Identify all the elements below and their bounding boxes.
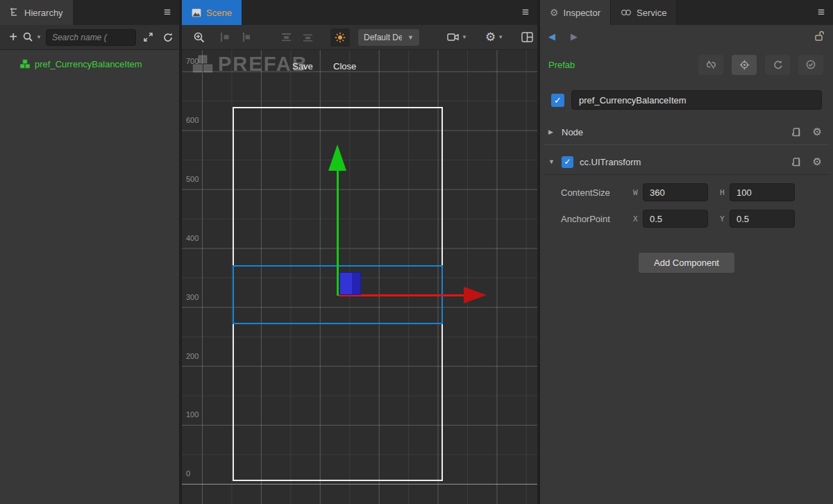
prefab-close-button[interactable]: Close bbox=[333, 61, 356, 72]
node-active-checkbox[interactable]: ✓ bbox=[551, 94, 564, 107]
prefab-watermark-icon bbox=[192, 54, 214, 75]
service-link-icon bbox=[621, 9, 632, 16]
world-y0-gridline bbox=[182, 484, 537, 485]
inspector-tabbar: ⚙ Inspector Service ≡ bbox=[540, 0, 833, 25]
uitransform-settings-gear-icon[interactable]: ⚙ bbox=[813, 156, 822, 168]
node-section-label: Node bbox=[562, 127, 583, 137]
add-component-button[interactable]: Add Component bbox=[639, 253, 734, 273]
ruler-label: 600 bbox=[186, 116, 199, 124]
camera-caret-icon: ▼ bbox=[462, 34, 467, 40]
hierarchy-menu-icon[interactable]: ≡ bbox=[164, 0, 171, 25]
cocos-creator-editor: Hierarchy ≡ + ▼ bbox=[0, 0, 833, 504]
scene-panel: Scene ≡ bbox=[182, 0, 537, 504]
ruler-label: 500 bbox=[186, 175, 199, 183]
gear-caret-icon: ▼ bbox=[498, 34, 503, 40]
scene-settings-gear-icon[interactable]: ⚙ ▼ bbox=[485, 30, 503, 44]
ruler-label: 0 bbox=[186, 469, 190, 478]
hierarchy-tabbar: Hierarchy ≡ bbox=[0, 0, 179, 25]
hierarchy-item-prefab-root[interactable]: pref_CurrencyBalanceItem bbox=[0, 56, 179, 72]
scene-viewport[interactable]: 7006005004003002001000 PREFAB Save Close bbox=[182, 50, 537, 504]
hierarchy-panel: Hierarchy ≡ + ▼ bbox=[0, 0, 179, 504]
inspector-gear-icon: ⚙ bbox=[550, 7, 559, 18]
distribute-v-icon[interactable] bbox=[280, 32, 292, 42]
tab-scene-label: Scene bbox=[206, 8, 232, 18]
gizmo-anchor-cube[interactable] bbox=[339, 272, 361, 295]
scene-picture-icon bbox=[192, 8, 201, 17]
scene-toolbar: Default De... ▼ ▼ ⚙ ▼ bbox=[182, 25, 537, 50]
node-docs-icon[interactable] bbox=[791, 127, 802, 137]
node-name-input[interactable] bbox=[571, 90, 822, 110]
prefab-watermark: PREFAB bbox=[192, 53, 308, 76]
prefab-unlink-button[interactable] bbox=[698, 55, 723, 75]
w-axis-label: W bbox=[633, 188, 643, 197]
prefab-reset-button[interactable] bbox=[765, 55, 790, 75]
divider bbox=[544, 174, 829, 175]
anchor-point-x-input[interactable] bbox=[643, 210, 708, 228]
content-size-w-input[interactable] bbox=[643, 183, 708, 201]
y-axis-label: Y bbox=[720, 215, 730, 224]
inspector-menu-icon[interactable]: ≡ bbox=[818, 0, 825, 25]
content-size-h-input[interactable] bbox=[730, 183, 795, 201]
uitransform-label: cc.UITransform bbox=[580, 157, 641, 167]
tab-hierarchy[interactable]: Hierarchy bbox=[0, 0, 73, 25]
anchor-point-row: AnchorPoint X Y bbox=[551, 210, 822, 228]
x-axis-label: X bbox=[633, 215, 643, 224]
uitransform-enabled-checkbox[interactable]: ✓ bbox=[562, 156, 573, 168]
prefab-state-label: Prefab bbox=[548, 60, 575, 70]
gizmo-x-arrowhead-icon[interactable] bbox=[464, 287, 487, 303]
tab-scene[interactable]: Scene bbox=[182, 0, 242, 25]
hierarchy-tree-icon bbox=[10, 8, 19, 17]
tab-inspector[interactable]: ⚙ Inspector bbox=[540, 0, 610, 25]
nav-back-icon[interactable]: ◀ bbox=[548, 31, 555, 42]
layout-split-icon[interactable] bbox=[521, 32, 533, 42]
prefab-apply-button[interactable] bbox=[798, 55, 823, 75]
design-resolution-dropdown[interactable]: Default De... ▼ bbox=[358, 29, 419, 46]
gizmo-y-axis[interactable] bbox=[337, 169, 339, 296]
distribute-h-icon[interactable] bbox=[302, 32, 314, 42]
inspector-panel: ⚙ Inspector Service ≡ ◀ ▶ Prefab bbox=[540, 0, 833, 504]
content-size-row: ContentSize W H bbox=[551, 183, 822, 201]
hierarchy-item-label: pref_CurrencyBalanceItem bbox=[35, 59, 142, 69]
node-settings-gear-icon[interactable]: ⚙ bbox=[813, 126, 822, 138]
ruler-label: 300 bbox=[186, 293, 199, 301]
prefab-locate-button[interactable] bbox=[732, 55, 757, 75]
inspector-navrow: ◀ ▶ bbox=[540, 25, 833, 47]
uitransform-docs-icon[interactable] bbox=[791, 157, 802, 167]
align-center-h-icon[interactable] bbox=[240, 32, 251, 42]
scene-tabbar: Scene ≡ bbox=[182, 0, 537, 25]
divider bbox=[544, 144, 829, 145]
uitransform-section-header[interactable]: ▼ ✓ cc.UITransform ⚙ bbox=[540, 149, 833, 174]
camera-view-icon[interactable]: ▼ bbox=[447, 32, 467, 42]
scene-menu-icon[interactable]: ≡ bbox=[522, 0, 529, 25]
search-filter-caret-icon: ▼ bbox=[36, 34, 42, 40]
gizmo-y-arrowhead-icon[interactable] bbox=[328, 144, 346, 171]
create-node-button[interactable]: + bbox=[4, 29, 22, 45]
hierarchy-search-input[interactable] bbox=[46, 29, 136, 46]
tab-hierarchy-label: Hierarchy bbox=[24, 8, 63, 18]
gizmo-toggle-button[interactable] bbox=[330, 28, 350, 47]
design-resolution-value: Default De... bbox=[364, 33, 402, 42]
nav-forward-icon[interactable]: ▶ bbox=[571, 31, 578, 42]
tab-inspector-label: Inspector bbox=[564, 8, 600, 18]
prefab-header-row: Prefab bbox=[540, 54, 833, 75]
dropdown-caret-icon: ▼ bbox=[407, 34, 414, 41]
prefab-cubes-icon bbox=[19, 59, 31, 69]
node-section-header[interactable]: ▶ Node ⚙ bbox=[540, 119, 833, 144]
uitransform-collapse-icon[interactable]: ▼ bbox=[548, 158, 555, 165]
prefab-save-button[interactable]: Save bbox=[292, 61, 313, 72]
lock-open-icon[interactable] bbox=[814, 30, 825, 42]
node-collapse-icon[interactable]: ▶ bbox=[548, 128, 555, 135]
refresh-icon[interactable] bbox=[162, 32, 174, 43]
h-axis-label: H bbox=[720, 188, 730, 197]
anchor-point-label: AnchorPoint bbox=[551, 214, 633, 224]
content-size-label: ContentSize bbox=[551, 187, 633, 198]
anchor-point-y-input[interactable] bbox=[730, 210, 795, 228]
tab-service-label: Service bbox=[637, 8, 666, 18]
hierarchy-toolbar: + ▼ bbox=[0, 25, 179, 50]
tab-service[interactable]: Service bbox=[610, 0, 677, 25]
ruler-label: 100 bbox=[186, 410, 199, 419]
search-filter-icon[interactable]: ▼ bbox=[22, 31, 42, 43]
zoom-icon[interactable] bbox=[193, 31, 205, 44]
expand-all-icon[interactable] bbox=[143, 32, 153, 42]
align-left-icon[interactable] bbox=[219, 32, 230, 42]
